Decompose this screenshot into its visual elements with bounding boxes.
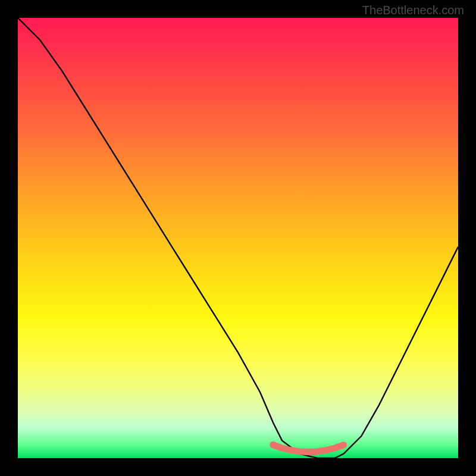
optimal-plateau bbox=[273, 445, 343, 452]
optimal-start-dot bbox=[270, 441, 277, 449]
chart-svg bbox=[18, 18, 458, 458]
chart-container: TheBottleneck.com bbox=[0, 0, 476, 476]
attribution-text: TheBottleneck.com bbox=[362, 4, 464, 17]
bottleneck-curve bbox=[18, 18, 458, 458]
plot-area bbox=[18, 18, 458, 458]
